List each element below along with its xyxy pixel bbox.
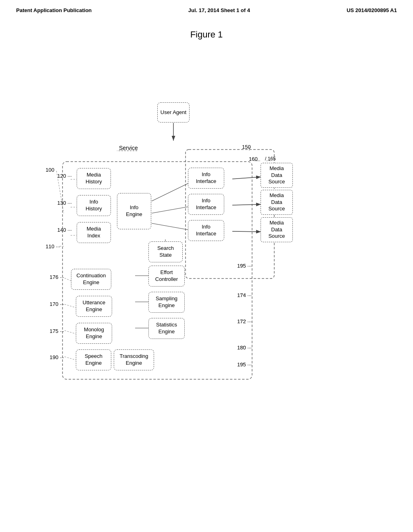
label-175: 175 ··· <box>50 328 64 334</box>
label-160: 160 <box>249 156 258 162</box>
info-interface-2-box: InfoInterface <box>188 194 224 215</box>
header-right: US 2014/0200895 A1 <box>346 7 397 13</box>
statistics-engine-box: StatisticsEngine <box>148 318 185 339</box>
label-110: 110 ··· <box>46 243 60 249</box>
service-label: Service <box>119 145 138 151</box>
svg-line-14 <box>232 177 261 179</box>
label-120: 120 ··· <box>57 173 72 179</box>
label-195a: 195 ··· <box>237 263 252 269</box>
utterance-engine-box: UtteranceEngine <box>76 296 112 317</box>
diagram: User Agent Service MediaHistory InfoHist… <box>0 44 413 511</box>
monolog-engine-box: MonologEngine <box>76 323 112 344</box>
label-190: 190 ··· <box>50 354 64 360</box>
media-data-source-3-box: MediaDataSource <box>261 217 293 242</box>
label-172: 172 ··· <box>237 318 252 324</box>
transcoding-engine-box: TranscodingEngine <box>114 349 154 370</box>
svg-line-16 <box>232 231 261 232</box>
search-state-box: SearchState <box>148 241 183 262</box>
info-history-box: InfoHistory <box>77 195 111 216</box>
figure-title: Figure 1 <box>0 29 413 40</box>
media-index-box: MediaIndex <box>77 222 111 243</box>
speech-engine-box: SpeechEngine <box>76 349 111 370</box>
user-agent-box: User Agent <box>157 102 190 123</box>
label-165: / 165 <box>265 156 276 162</box>
info-interface-3-box: InfoInterface <box>188 220 224 241</box>
info-engine-box: InfoEngine <box>117 193 151 229</box>
label-180: 180 ··· <box>237 345 252 351</box>
page-header: Patent Application Publication Jul. 17, … <box>0 0 413 17</box>
media-data-source-2-box: MediaDataSource <box>261 190 293 215</box>
label-176: 176 ··· <box>50 274 64 280</box>
media-data-source-1-box: MediaDataSource <box>261 163 293 188</box>
effort-controller-box: EffortController <box>148 266 185 287</box>
label-140: 140 ··· <box>57 227 72 233</box>
header-left: Patent Application Publication <box>16 7 92 13</box>
label-170: 170 ··· <box>50 301 64 307</box>
media-history-box: MediaHistory <box>77 168 111 189</box>
continuation-engine-box: ContinuationEngine <box>71 269 111 290</box>
label-130: 130 ··· <box>57 200 72 206</box>
info-interface-1-box: InfoInterface <box>188 168 224 189</box>
svg-line-15 <box>232 204 261 205</box>
label-174: 174 ··· <box>237 292 252 298</box>
header-center: Jul. 17, 2014 Sheet 1 of 4 <box>188 7 250 13</box>
label-150: 150 <box>242 144 251 150</box>
label-195b: 195 ··· <box>237 362 252 368</box>
sampling-engine-box: SamplingEngine <box>148 292 185 313</box>
label-100: 100 <box>46 167 54 173</box>
